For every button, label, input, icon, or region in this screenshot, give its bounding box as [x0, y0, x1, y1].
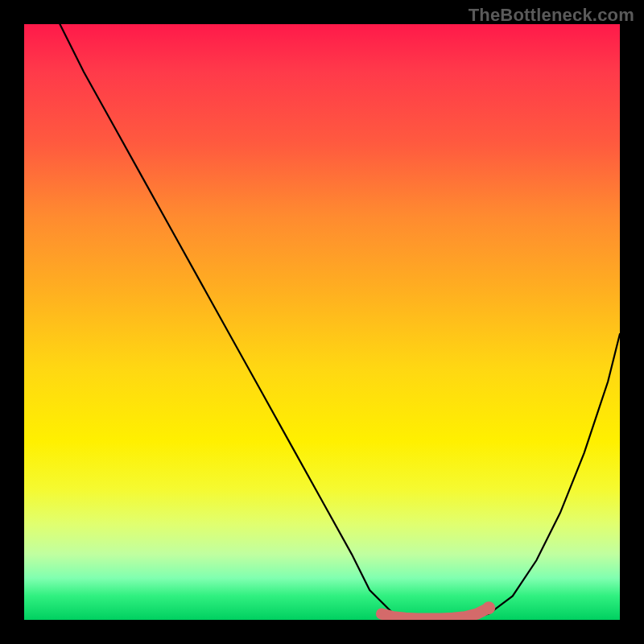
bottleneck-curve: [60, 24, 620, 620]
curve-layer: [24, 24, 620, 620]
optimum-end-dot: [482, 601, 495, 614]
chart-frame: TheBottleneck.com: [0, 0, 644, 644]
optimum-band-marker: [382, 608, 489, 618]
plot-area: [24, 24, 620, 620]
watermark-text: TheBottleneck.com: [469, 5, 634, 26]
